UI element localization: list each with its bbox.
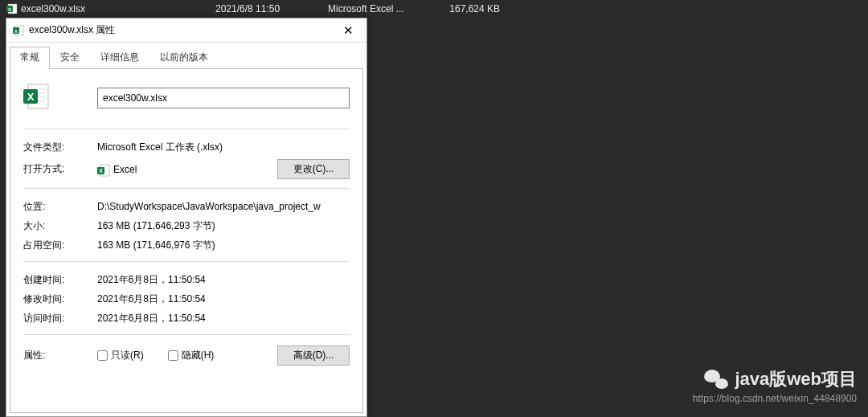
readonly-checkbox-input[interactable]: [97, 350, 108, 361]
close-button[interactable]: ✕: [334, 22, 362, 39]
hidden-label: 隐藏(H): [182, 349, 215, 362]
open-with-label: 打开方式:: [23, 162, 97, 176]
disk-size-value: 163 MB (171,646,976 字节): [97, 239, 350, 252]
disk-size-label: 占用空间:: [23, 239, 97, 252]
tab-security[interactable]: 安全: [50, 47, 90, 69]
excel-file-icon: X: [6, 3, 18, 14]
watermark-url: https://blog.csdn.net/weixin_44848900: [693, 393, 857, 404]
wechat-icon: [704, 370, 728, 389]
dialog-titlebar[interactable]: X excel300w.xlsx 属性 ✕: [6, 18, 366, 43]
modified-label: 修改时间:: [23, 292, 97, 306]
explorer-size: 167,624 KB: [434, 3, 506, 14]
tab-general[interactable]: 常规: [10, 47, 50, 69]
watermark: java版web项目 https://blog.csdn.net/weixin_…: [693, 367, 857, 404]
hidden-checkbox-input[interactable]: [168, 350, 178, 361]
excel-app-icon: X: [97, 164, 108, 175]
change-button[interactable]: 更改(C)...: [277, 159, 350, 179]
tabs: 常规 安全 详细信息 以前的版本: [6, 43, 366, 68]
tab-details[interactable]: 详细信息: [90, 47, 149, 69]
created-label: 创建时间:: [23, 273, 97, 287]
filename-input[interactable]: [97, 88, 350, 108]
file-big-icon: X: [23, 83, 97, 112]
accessed-label: 访问时间:: [23, 312, 97, 325]
file-type-label: 文件类型:: [23, 141, 97, 154]
attributes-label: 属性:: [23, 349, 97, 362]
accessed-value: 2021年6月8日，11:50:54: [97, 312, 350, 325]
watermark-title: java版web项目: [735, 367, 857, 391]
dialog-title: excel300w.xlsx 属性: [29, 23, 115, 37]
svg-text:X: X: [14, 28, 18, 33]
size-value: 163 MB (171,646,293 字节): [97, 219, 350, 233]
size-label: 大小:: [23, 219, 97, 233]
explorer-file-row[interactable]: X excel300w.xlsx 2021/6/8 11:50 Microsof…: [0, 0, 868, 18]
explorer-filename: excel300w.xlsx: [21, 3, 85, 14]
modified-value: 2021年6月8日，11:50:54: [97, 292, 350, 306]
location-value: D:\StudyWorkspace\JavaWorkspace\java_pro…: [97, 201, 350, 212]
excel-file-icon: X: [13, 25, 24, 36]
separator: [23, 188, 350, 189]
file-type-value: Microsoft Excel 工作表 (.xlsx): [97, 141, 350, 154]
location-label: 位置:: [23, 200, 97, 214]
explorer-date: 2021/6/8 11:50: [209, 3, 321, 14]
svg-text:X: X: [27, 91, 35, 103]
separator: [23, 129, 350, 129]
readonly-label: 只读(R): [111, 349, 144, 362]
readonly-checkbox[interactable]: 只读(R): [97, 349, 144, 362]
tab-panel-general: X 文件类型: Microsoft Excel 工作表 (.xlsx) 打开方式…: [10, 68, 363, 413]
separator: [23, 261, 350, 262]
properties-dialog: X excel300w.xlsx 属性 ✕ 常规 安全 详细信息 以前的版本 X…: [6, 18, 367, 417]
created-value: 2021年6月8日，11:50:54: [97, 273, 350, 287]
svg-text:X: X: [8, 7, 11, 12]
tab-previous-versions[interactable]: 以前的版本: [149, 47, 219, 69]
open-with-app: Excel: [113, 164, 272, 175]
advanced-button[interactable]: 高级(D)...: [277, 345, 350, 366]
hidden-checkbox[interactable]: 隐藏(H): [168, 349, 215, 362]
separator: [23, 334, 350, 335]
explorer-type: Microsoft Excel ...: [321, 3, 434, 14]
svg-text:X: X: [99, 168, 103, 174]
